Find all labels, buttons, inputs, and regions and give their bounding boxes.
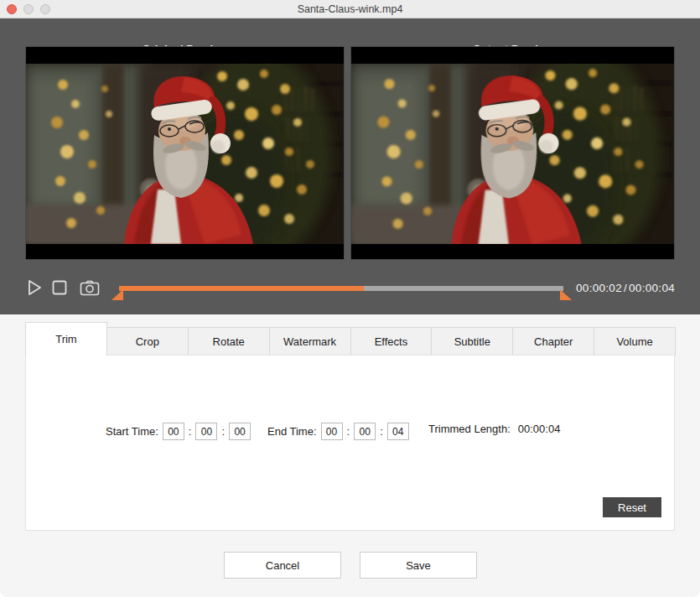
end-time-group: End Time: : :	[267, 423, 409, 440]
snapshot-button[interactable]	[80, 280, 100, 296]
total-time: 00:00:04	[628, 282, 676, 294]
end-seconds-field[interactable]	[387, 423, 409, 440]
play-icon	[25, 278, 44, 297]
stop-button[interactable]	[52, 280, 67, 295]
trim-slider-progress	[119, 286, 364, 291]
original-preview-video	[25, 46, 345, 260]
trim-start-handle[interactable]	[111, 289, 123, 300]
reset-button[interactable]: Reset	[603, 497, 661, 517]
start-time-label: Start Time:	[106, 425, 158, 438]
stop-icon	[52, 280, 67, 295]
colon-separator: :	[189, 425, 192, 438]
trimmed-length-group: Trimmed Length: 00:00:04	[428, 423, 560, 435]
end-time-label: End Time:	[267, 425, 317, 438]
colon-separator: :	[380, 425, 383, 438]
tab-rotate[interactable]: Rotate	[188, 327, 270, 356]
start-minutes-field[interactable]	[195, 423, 217, 440]
current-time: 00:00:02	[575, 282, 623, 294]
output-preview-video	[350, 46, 675, 260]
tab-bar: Trim Crop Rotate Watermark Effects Subti…	[25, 323, 676, 356]
preview-area: Original Preview Output Preview	[0, 18, 700, 314]
start-hours-field[interactable]	[163, 423, 184, 440]
tab-chapter[interactable]: Chapter	[512, 327, 594, 356]
end-hours-field[interactable]	[321, 423, 343, 440]
trimmed-length-label: Trimmed Length:	[428, 423, 511, 435]
colon-separator: :	[221, 425, 225, 438]
camera-icon	[80, 280, 100, 296]
tab-trim[interactable]: Trim	[25, 322, 107, 356]
tab-crop[interactable]: Crop	[106, 327, 189, 356]
trimmed-length-value: 00:00:04	[518, 423, 561, 435]
tab-effects[interactable]: Effects	[350, 327, 433, 356]
tab-watermark[interactable]: Watermark	[269, 327, 351, 356]
trim-panel: Start Time: : : End Time: : : Trimmed Le…	[25, 355, 675, 531]
trim-slider-track[interactable]	[119, 286, 563, 291]
time-display: 00:00:02/00:00:04	[553, 282, 676, 294]
colon-separator: :	[347, 425, 350, 438]
save-button[interactable]: Save	[360, 552, 477, 579]
tab-volume[interactable]: Volume	[594, 327, 676, 356]
start-seconds-field[interactable]	[229, 423, 251, 440]
tab-subtitle[interactable]: Subtitle	[431, 327, 513, 356]
app-window: Santa-Claus-wink.mp4 Original Preview Ou…	[0, 0, 700, 597]
cancel-button[interactable]: Cancel	[224, 552, 341, 579]
end-minutes-field[interactable]	[354, 423, 376, 440]
start-time-group: Start Time: : :	[106, 423, 251, 440]
window-title: Santa-Claus-wink.mp4	[0, 3, 700, 15]
titlebar: Santa-Claus-wink.mp4	[0, 0, 700, 18]
play-button[interactable]	[25, 278, 44, 297]
